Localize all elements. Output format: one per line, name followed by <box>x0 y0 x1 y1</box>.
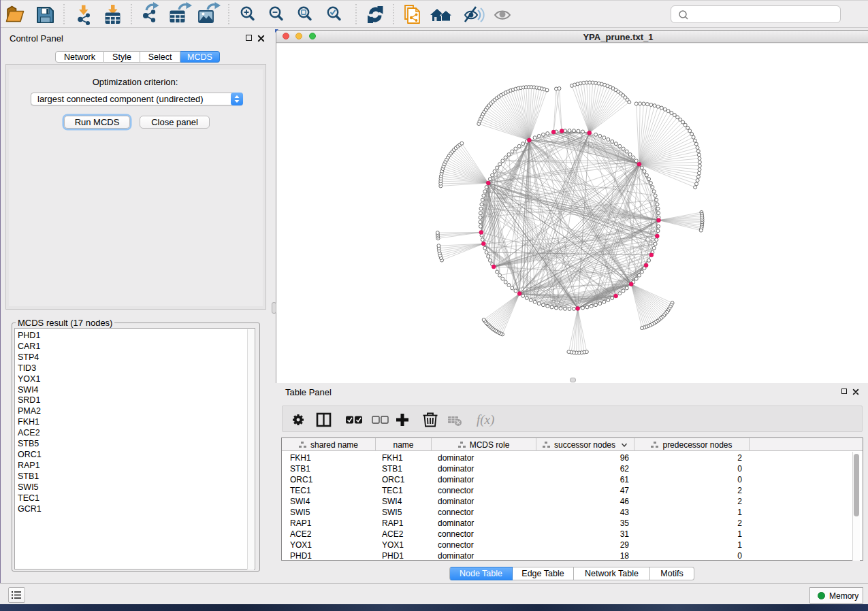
svg-text:f(x): f(x) <box>477 412 494 427</box>
